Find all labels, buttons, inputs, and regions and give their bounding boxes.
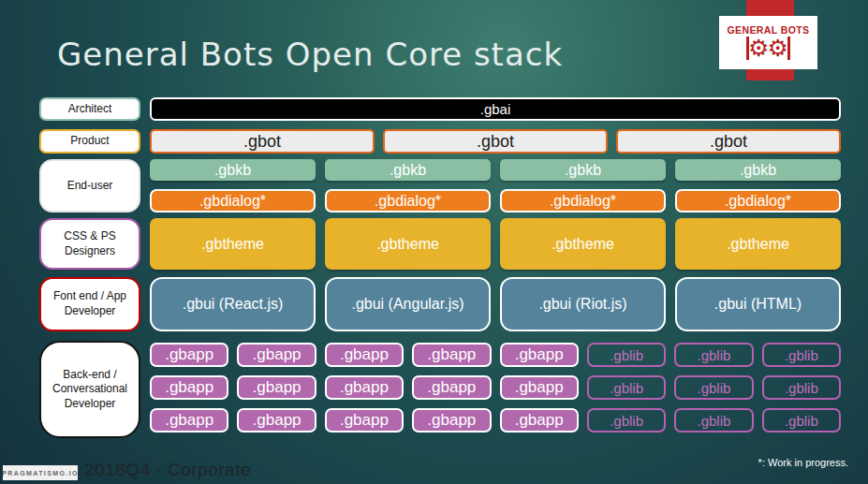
gblib-box: .gblib [762, 408, 841, 433]
row-gbtheme: .gbtheme .gbtheme .gbtheme .gbtheme [150, 218, 841, 270]
gears-icon: ⚙ ⚙ [746, 36, 790, 62]
gbui-html-box: .gbui (HTML) [675, 277, 841, 331]
gear-icon: ⚙ [748, 37, 769, 60]
gear-bar-right [787, 37, 790, 60]
row-backend-2: .gbapp .gbapp .gbapp .gbapp .gbapp .gbli… [150, 375, 841, 400]
gbapp-box: .gbapp [500, 408, 579, 433]
gbkb-box: .gbkb [675, 159, 841, 181]
gbot-box: .gbot [150, 129, 375, 154]
gbapp-box: .gbapp [150, 343, 228, 367]
pragmatismo-logo: PRAGMATISMO.IO [3, 465, 78, 480]
gbdialog-box: .gbdialog* [150, 189, 316, 213]
gbapp-box: .gbapp [237, 408, 316, 433]
gbui-riot-box: .gbui (Riot.js) [500, 277, 666, 331]
role-label-architect: Architect [39, 97, 140, 121]
row-backend-1: .gbapp .gbapp .gbapp .gbapp .gbapp .gbli… [150, 343, 841, 367]
row-gbai: .gbai [150, 97, 841, 121]
row-gbkb: .gbkb .gbkb .gbkb .gbkb [150, 159, 841, 181]
role-label-backend-conversational-developer: Back-end / Conversational Developer [39, 341, 140, 438]
row-gbdialog: .gbdialog* .gbdialog* .gbdialog* .gbdial… [150, 189, 841, 213]
gbtheme-box: .gbtheme [150, 218, 316, 270]
gear-icon: ⚙ [768, 37, 788, 60]
gbapp-box: .gbapp [325, 343, 404, 367]
gblib-box: .gblib [587, 408, 666, 433]
gbapp-box: .gbapp [150, 375, 228, 400]
gbapp-box: .gbapp [237, 343, 316, 367]
gbai-box: .gbai [150, 97, 841, 121]
gbdialog-box: .gbdialog* [325, 189, 491, 213]
gbapp-box: .gbapp [325, 408, 404, 433]
work-in-progress-note: *: Work in progress. [758, 457, 848, 468]
gbtheme-box: .gbtheme [325, 218, 491, 270]
role-label-frontend-app-developer: Font end / App Developer [39, 277, 140, 331]
gbapp-box: .gbapp [325, 375, 404, 400]
pragmatismo-logo-text: PRAGMATISMO.IO [2, 470, 79, 477]
gblib-box: .gblib [674, 408, 753, 433]
page-title: General Bots Open Core stack [57, 36, 563, 73]
general-bots-logo: GENERAL BOTS ⚙ ⚙ [719, 16, 817, 69]
gbapp-box: .gbapp [500, 343, 579, 367]
gbui-react-box: .gbui (React.js) [150, 277, 316, 331]
gbdialog-box: .gbdialog* [500, 189, 666, 213]
role-label-product: Product [39, 129, 140, 154]
gbot-box: .gbot [383, 129, 608, 154]
gbui-angular-box: .gbui (Angular.js) [325, 277, 491, 331]
gbkb-box: .gbkb [150, 159, 316, 181]
gblib-box: .gblib [587, 343, 666, 367]
gbapp-box: .gbapp [412, 375, 491, 400]
gbtheme-box: .gbtheme [675, 218, 841, 270]
slide: General Bots Open Core stack GENERAL BOT… [0, 0, 868, 484]
role-label-css-ps-designers: CSS & PS Designers [39, 218, 140, 270]
gbot-box: .gbot [616, 129, 841, 154]
row-gbot: .gbot .gbot .gbot [150, 129, 841, 154]
gblib-box: .gblib [674, 375, 753, 400]
gbapp-box: .gbapp [237, 375, 316, 400]
gbkb-box: .gbkb [500, 159, 666, 181]
gbapp-box: .gbapp [412, 343, 491, 367]
slide-footer-caption: 2018Q4 - Corporate [84, 460, 251, 480]
gbapp-box: .gbapp [412, 408, 491, 433]
gblib-box: .gblib [587, 375, 666, 400]
gbapp-box: .gbapp [150, 408, 228, 433]
gbtheme-box: .gbtheme [500, 218, 666, 270]
role-label-end-user: End-user [39, 159, 140, 213]
gblib-box: .gblib [762, 343, 841, 367]
gblib-box: .gblib [674, 343, 753, 367]
row-gbui: .gbui (React.js) .gbui (Angular.js) .gbu… [150, 277, 841, 331]
gbdialog-box: .gbdialog* [675, 189, 841, 213]
gbkb-box: .gbkb [325, 159, 491, 181]
gbapp-box: .gbapp [500, 375, 579, 400]
gblib-box: .gblib [762, 375, 841, 400]
row-backend-3: .gbapp .gbapp .gbapp .gbapp .gbapp .gbli… [150, 408, 841, 433]
logo-text: GENERAL BOTS [727, 24, 809, 36]
